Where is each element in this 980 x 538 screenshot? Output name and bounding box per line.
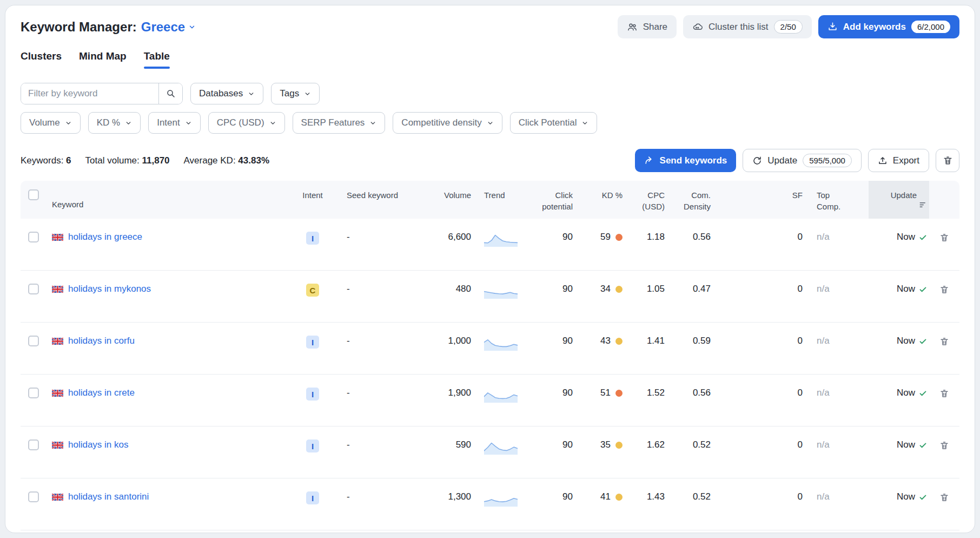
delete-row-button[interactable] bbox=[938, 232, 950, 244]
click-potential-value: 90 bbox=[520, 439, 574, 450]
chevron-down-icon bbox=[487, 120, 494, 127]
com-density-value: 0.59 bbox=[666, 336, 712, 346]
volume-filter-dropdown[interactable]: Volume bbox=[21, 112, 81, 134]
seed-keyword-value: - bbox=[328, 284, 403, 294]
competitive-density-filter-dropdown[interactable]: Competitive density bbox=[393, 112, 502, 134]
share-button[interactable]: Share bbox=[618, 15, 677, 38]
delete-selected-button[interactable] bbox=[936, 149, 959, 172]
col-header-trend[interactable]: Trend bbox=[472, 181, 520, 219]
search-icon bbox=[166, 89, 176, 99]
col-header-actions bbox=[929, 181, 959, 219]
com-density-value: 0.56 bbox=[666, 388, 712, 398]
col-header-intent[interactable]: Intent bbox=[297, 181, 328, 219]
sort-icon bbox=[919, 189, 927, 220]
row-checkbox[interactable] bbox=[28, 336, 39, 346]
add-keywords-button[interactable]: Add keywords 6/2,000 bbox=[818, 15, 959, 38]
row-checkbox[interactable] bbox=[28, 491, 39, 502]
intent-filter-dropdown[interactable]: Intent bbox=[148, 112, 201, 134]
trash-icon bbox=[939, 389, 949, 398]
intent-cell: I bbox=[297, 336, 328, 349]
row-checkbox[interactable] bbox=[28, 232, 39, 242]
trend-sparkline bbox=[472, 388, 520, 404]
keyword-filter-input[interactable] bbox=[21, 83, 158, 104]
delete-row-button[interactable] bbox=[938, 336, 950, 347]
keyword-link[interactable]: holidays in greece bbox=[68, 232, 142, 242]
list-selector[interactable]: Greece bbox=[141, 19, 196, 35]
row-checkbox[interactable] bbox=[28, 284, 39, 294]
add-keywords-label: Add keywords bbox=[843, 22, 906, 32]
chevron-down-icon bbox=[185, 120, 192, 127]
sf-value: 0 bbox=[712, 439, 804, 450]
select-all-cell bbox=[21, 181, 47, 219]
row-checkbox[interactable] bbox=[28, 388, 39, 398]
tab-mind-map[interactable]: Mind Map bbox=[79, 50, 127, 69]
intent-filter-label: Intent bbox=[157, 117, 180, 128]
check-icon bbox=[919, 493, 927, 501]
view-tabs: Clusters Mind Map Table bbox=[21, 50, 959, 69]
update-button[interactable]: Update 595/5,000 bbox=[743, 149, 862, 172]
delete-row-button[interactable] bbox=[938, 388, 950, 399]
row-checkbox[interactable] bbox=[28, 439, 39, 450]
col-header-seed-keyword[interactable]: Seed keyword bbox=[328, 181, 403, 219]
export-button[interactable]: Export bbox=[868, 149, 929, 172]
tab-table[interactable]: Table bbox=[144, 50, 170, 69]
delete-row-button[interactable] bbox=[938, 491, 950, 503]
send-keywords-label: Send keywords bbox=[660, 155, 727, 166]
col-header-click-potential[interactable]: Click potential bbox=[520, 181, 574, 219]
tags-dropdown[interactable]: Tags bbox=[271, 83, 320, 104]
col-header-keyword[interactable]: Keyword bbox=[47, 181, 297, 219]
com-density-value: 0.52 bbox=[666, 439, 712, 450]
uk-flag-icon bbox=[52, 337, 63, 345]
row-actions-cell bbox=[929, 232, 959, 244]
col-header-top-comp[interactable]: Top Comp. bbox=[804, 181, 869, 219]
kd-cell: 43 bbox=[574, 336, 623, 346]
volume-filter-label: Volume bbox=[29, 117, 60, 128]
keyword-link[interactable]: holidays in crete bbox=[68, 388, 135, 398]
keyword-cell: holidays in crete bbox=[47, 388, 297, 398]
col-header-cpc[interactable]: CPC (USD) bbox=[623, 181, 666, 219]
volume-value: 1,300 bbox=[403, 491, 472, 502]
top-comp-value: n/a bbox=[804, 232, 869, 242]
col-header-com-density[interactable]: Com. Density bbox=[666, 181, 712, 219]
trash-icon bbox=[943, 155, 953, 166]
table-row: holidays in santorini I - 1,300 90 41 1.… bbox=[21, 478, 959, 530]
chevron-down-icon bbox=[248, 90, 255, 97]
col-header-kd[interactable]: KD % bbox=[574, 181, 623, 219]
col-header-sf[interactable]: SF bbox=[712, 181, 804, 219]
click-potential-value: 90 bbox=[520, 491, 574, 502]
update-status-cell: Now bbox=[869, 284, 929, 294]
keyword-link[interactable]: holidays in corfu bbox=[68, 336, 135, 346]
filter-row-secondary: Volume KD % Intent CPC (USD) SERP Featur… bbox=[21, 112, 959, 134]
select-all-checkbox[interactable] bbox=[28, 189, 39, 200]
kd-value: 51 bbox=[600, 388, 611, 398]
check-icon bbox=[919, 389, 927, 397]
keyword-link[interactable]: holidays in santorini bbox=[68, 491, 149, 502]
cluster-list-button[interactable]: Cluster this list 2/50 bbox=[683, 15, 812, 38]
cpc-filter-dropdown[interactable]: CPC (USD) bbox=[208, 112, 285, 134]
serp-features-filter-dropdown[interactable]: SERP Features bbox=[293, 112, 386, 134]
kd-filter-dropdown[interactable]: KD % bbox=[88, 112, 141, 134]
keywords-count: Keywords: 6 bbox=[21, 155, 71, 166]
seed-keyword-value: - bbox=[328, 439, 403, 450]
delete-row-button[interactable] bbox=[938, 439, 950, 451]
keyword-link[interactable]: holidays in kos bbox=[68, 439, 129, 450]
delete-row-button[interactable] bbox=[938, 284, 950, 296]
cpc-value: 1.18 bbox=[623, 232, 666, 242]
kd-dot bbox=[615, 442, 623, 449]
keyword-filter-box bbox=[21, 83, 183, 104]
serp-features-filter-label: SERP Features bbox=[301, 117, 365, 128]
trend-sparkline bbox=[472, 491, 520, 508]
row-actions-cell bbox=[929, 336, 959, 347]
tab-clusters[interactable]: Clusters bbox=[21, 50, 62, 69]
click-potential-value: 90 bbox=[520, 232, 574, 242]
col-header-volume[interactable]: Volume bbox=[403, 181, 472, 219]
send-keywords-button[interactable]: Send keywords bbox=[635, 149, 737, 172]
databases-dropdown[interactable]: Databases bbox=[190, 83, 263, 104]
kd-cell: 51 bbox=[574, 388, 623, 398]
search-button[interactable] bbox=[158, 83, 182, 104]
col-header-update[interactable]: Update bbox=[869, 181, 929, 219]
click-potential-filter-dropdown[interactable]: Click Potential bbox=[510, 112, 598, 134]
keyword-link[interactable]: holidays in mykonos bbox=[68, 284, 151, 294]
uk-flag-icon bbox=[52, 441, 63, 449]
intent-badge: I bbox=[306, 388, 319, 401]
